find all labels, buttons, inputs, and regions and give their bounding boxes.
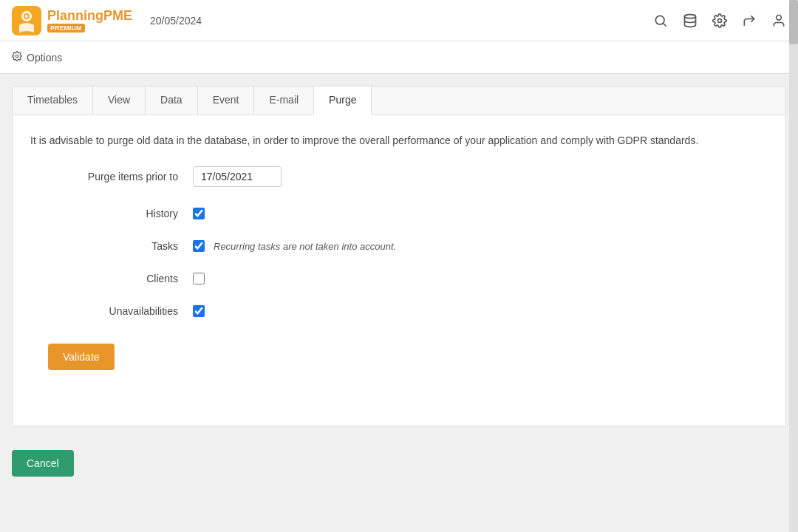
tab-view[interactable]: View [93,86,146,115]
database-icon[interactable] [683,13,698,28]
clients-label: Clients [30,273,193,284]
unavailabilities-control [193,305,205,317]
header-icons [653,13,786,28]
tab-email[interactable]: E-mail [254,86,314,115]
unavailabilities-row: Unavailabilities [30,305,768,317]
tab-event[interactable]: Event [198,86,255,115]
logo-name: PlanningPME [47,9,132,22]
history-checkbox[interactable] [193,208,205,219]
options-button[interactable]: Options [12,51,62,64]
unavailabilities-checkbox[interactable] [193,305,205,317]
purge-date-input[interactable] [193,166,282,187]
validate-button[interactable]: Validate [48,344,115,370]
tab-data[interactable]: Data [146,86,198,115]
sub-header: Options [0,41,798,74]
tasks-note: Recurring tasks are not taken into accou… [214,241,396,252]
logo: PlanningPME PREMIUM [12,6,132,35]
settings-icon[interactable] [712,13,727,28]
svg-point-7 [718,18,722,22]
search-icon[interactable] [653,13,668,28]
history-label: History [30,208,193,219]
purge-prior-row: Purge items prior to [30,166,768,187]
tab-timetables[interactable]: Timetables [13,86,93,115]
clients-row: Clients [30,273,768,284]
tabs-container: Timetables View Data Event E-mail Purge … [12,86,786,426]
logo-icon [12,6,41,35]
svg-point-9 [16,55,18,58]
share-icon[interactable] [742,13,757,28]
unavailabilities-label: Unavailabilities [30,305,193,317]
svg-line-5 [664,23,666,26]
purge-info-text: It is advisable to purge old data in the… [30,133,768,149]
history-row: History [30,208,768,219]
options-label: Options [27,52,62,64]
app-header: PlanningPME PREMIUM 20/05/2024 [0,0,798,41]
purge-prior-label: Purge items prior to [30,171,193,183]
logo-badge: PREMIUM [47,24,85,33]
tasks-control: Recurring tasks are not taken into accou… [193,240,396,252]
history-control [193,208,205,219]
logo-text: PlanningPME PREMIUM [47,9,132,33]
clients-control [193,273,205,284]
user-icon[interactable] [771,13,786,28]
purge-prior-control [193,166,282,187]
scrollbar-track [789,0,798,532]
tasks-label: Tasks [30,240,193,252]
cancel-button[interactable]: Cancel [12,450,74,477]
tab-purge[interactable]: Purge [314,86,372,115]
svg-point-4 [655,16,664,24]
clients-checkbox[interactable] [193,273,205,284]
header-date: 20/05/2024 [150,15,202,27]
gear-icon [12,51,22,64]
tabs-header: Timetables View Data Event E-mail Purge [13,86,785,115]
content-area: Timetables View Data Event E-mail Purge … [0,74,798,438]
svg-point-8 [777,15,782,20]
scrollbar-thumb[interactable] [789,0,798,44]
tasks-row: Tasks Recurring tasks are not taken into… [30,240,768,252]
svg-point-6 [685,14,696,18]
svg-point-3 [25,15,28,18]
tasks-checkbox[interactable] [193,240,205,252]
purge-tab-content: It is advisable to purge old data in the… [13,115,785,426]
